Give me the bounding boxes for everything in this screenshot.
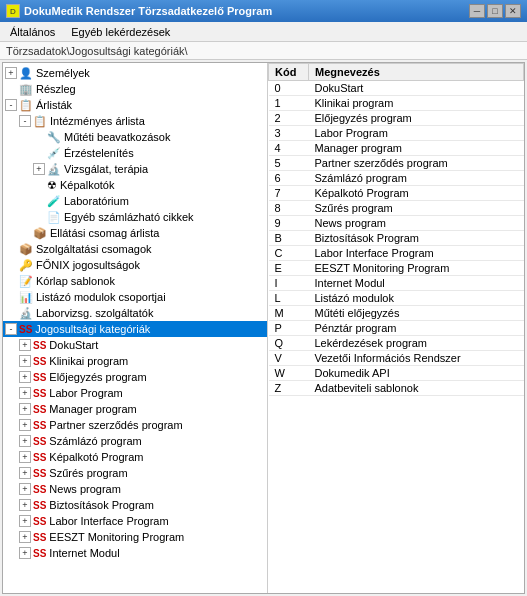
tree-expand-btn[interactable]: + [19,547,31,559]
table-row[interactable]: 3Labor Program [269,126,524,141]
tree-node[interactable]: 📝Kórlap sablonok [3,273,267,289]
tree-node-label: Manager program [49,403,136,415]
table-row[interactable]: 0DokuStart [269,81,524,96]
table-cell-kod: 3 [269,126,309,141]
table-cell-kod: 9 [269,216,309,231]
tree-expand-btn[interactable]: + [19,483,31,495]
table-row[interactable]: MMűtéti előjegyzés [269,306,524,321]
table-row[interactable]: 7Képalkotó Program [269,186,524,201]
table-row[interactable]: CLabor Interface Program [269,246,524,261]
tree-node[interactable]: +SSEESZT Monitoring Program [3,529,267,545]
tree-node-label: Internet Modul [49,547,119,559]
table-cell-kod: Q [269,336,309,351]
close-button[interactable]: ✕ [505,4,521,18]
tree-node-icon: 🧪 [47,195,61,208]
tree-expand-btn[interactable]: + [19,371,31,383]
table-row[interactable]: 4Manager program [269,141,524,156]
tree-expand-btn[interactable]: + [19,531,31,543]
tree-node[interactable]: 🧪Laboratórium [3,193,267,209]
tree-node[interactable]: +SSSzűrés program [3,465,267,481]
tree-node[interactable]: 📊Listázó modulok csoportjai [3,289,267,305]
table-row[interactable]: 5Partner szerződés program [269,156,524,171]
tree-node[interactable]: -📋Árlisták [3,97,267,113]
table-cell-megnevezes: Számlázó program [309,171,524,186]
tree-panel[interactable]: +👤Személyek🏢Részleg-📋Árlisták-📋Intézmény… [3,63,268,593]
tree-node-icon: 🔑 [19,259,33,272]
tree-node[interactable]: +SSManager program [3,401,267,417]
tree-node[interactable]: +SSSzámlázó program [3,433,267,449]
tree-node[interactable]: +🔬Vizsgálat, terápia [3,161,267,177]
tree-expand-btn[interactable]: + [19,499,31,511]
table-cell-kod: 0 [269,81,309,96]
tree-expand-btn[interactable]: + [19,435,31,447]
tree-node[interactable]: +SSNews program [3,481,267,497]
tree-node[interactable]: 🔑FŐNIX jogosultságok [3,257,267,273]
tree-node[interactable]: +SSLabor Interface Program [3,513,267,529]
tree-expand-btn[interactable]: + [19,387,31,399]
table-row[interactable]: WDokumedik API [269,366,524,381]
table-cell-megnevezes: Manager program [309,141,524,156]
table-row[interactable]: ZAdatbeviteli sablonok [269,381,524,396]
title-bar-buttons: ─ □ ✕ [469,4,521,18]
tree-node[interactable]: 📦Ellátási csomag árlista [3,225,267,241]
table-row[interactable]: 9News program [269,216,524,231]
table-row[interactable]: EEESZT Monitoring Program [269,261,524,276]
table-row[interactable]: 1Klinikai program [269,96,524,111]
table-cell-megnevezes: Adatbeviteli sablonok [309,381,524,396]
table-row[interactable]: 2Előjegyzés program [269,111,524,126]
tree-node[interactable]: 💉Érzéstelenítés [3,145,267,161]
tree-expand-btn[interactable]: + [19,419,31,431]
minimize-button[interactable]: ─ [469,4,485,18]
tree-node-label: DokuStart [49,339,98,351]
tree-node[interactable]: 📦Szolgáltatási csomagok [3,241,267,257]
tree-node[interactable]: +SSKépalkotó Program [3,449,267,465]
menu-queries[interactable]: Egyéb lekérdezések [65,25,176,39]
tree-node[interactable]: +SSPartner szerződés program [3,417,267,433]
table-row[interactable]: BBiztosítások Program [269,231,524,246]
table-row[interactable]: QLekérdezések program [269,336,524,351]
menu-general[interactable]: Általános [4,25,61,39]
tree-node-icon: 🔧 [47,131,61,144]
table-cell-megnevezes: Labor Program [309,126,524,141]
table-row[interactable]: 8Szűrés program [269,201,524,216]
table-cell-kod: 2 [269,111,309,126]
tree-node[interactable]: ☢Képalkotók [3,177,267,193]
tree-expand-btn[interactable]: - [5,323,17,335]
tree-expand-btn[interactable]: + [19,355,31,367]
table-cell-megnevezes: Képalkotó Program [309,186,524,201]
tree-expand-btn[interactable]: + [19,451,31,463]
tree-expand-btn[interactable]: + [19,467,31,479]
table-cell-megnevezes: EESZT Monitoring Program [309,261,524,276]
tree-expand-btn[interactable]: + [19,339,31,351]
table-cell-megnevezes: Partner szerződés program [309,156,524,171]
table-row[interactable]: 6Számlázó program [269,171,524,186]
table-row[interactable]: PPénztár program [269,321,524,336]
maximize-button[interactable]: □ [487,4,503,18]
table-row[interactable]: LListázó modulok [269,291,524,306]
tree-node[interactable]: 🔧Műtéti beavatkozások [3,129,267,145]
table-cell-kod: C [269,246,309,261]
tree-expand-btn[interactable]: + [33,163,45,175]
table-row[interactable]: VVezetői Információs Rendszer [269,351,524,366]
table-row[interactable]: IInternet Modul [269,276,524,291]
tree-node[interactable]: 🔬Laborvizsg. szolgáltatók [3,305,267,321]
tree-node[interactable]: 📄Egyéb számlázható cikkek [3,209,267,225]
tree-node[interactable]: +SSKlinikai program [3,353,267,369]
tree-node[interactable]: -SSJogosultsági kategóriák [3,321,267,337]
tree-expand-btn[interactable]: + [19,403,31,415]
table-cell-kod: 6 [269,171,309,186]
tree-node-icon: 📦 [33,227,47,240]
tree-node[interactable]: 🏢Részleg [3,81,267,97]
tree-node[interactable]: +SSLabor Program [3,385,267,401]
tree-node[interactable]: +SSInternet Modul [3,545,267,561]
tree-node[interactable]: -📋Intézményes árlista [3,113,267,129]
tree-node[interactable]: +SSDokuStart [3,337,267,353]
tree-node[interactable]: +👤Személyek [3,65,267,81]
tree-node[interactable]: +SSBiztosítások Program [3,497,267,513]
tree-expand-btn[interactable]: + [19,515,31,527]
table-panel[interactable]: Kód Megnevezés 0DokuStart1Klinikai progr… [268,63,524,593]
tree-expand-btn[interactable]: - [19,115,31,127]
tree-expand-btn[interactable]: - [5,99,17,111]
tree-expand-btn[interactable]: + [5,67,17,79]
tree-node[interactable]: +SSElőjegyzés program [3,369,267,385]
